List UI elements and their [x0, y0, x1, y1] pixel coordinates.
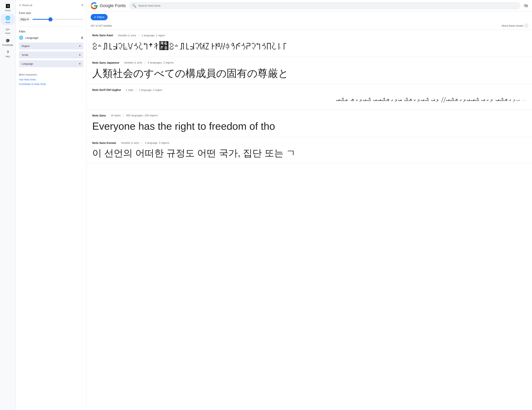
faq-icon: ?	[7, 50, 9, 55]
font-meta-uyghur: 1 language, 0 region	[139, 88, 162, 91]
sidebar-item-icons[interactable]: ◇○ Icons	[1, 26, 15, 36]
font-variable-japanese: Variable (1 axis)	[124, 61, 142, 64]
sidebar-label-knowledge: Knowledge	[2, 44, 13, 46]
filter-header: ↺ Reset all ×	[19, 3, 83, 7]
font-meta-japanese: 6 languages, 2 regions	[148, 61, 174, 64]
logo-area: Google Fonts	[91, 2, 126, 9]
search-bar[interactable]: 🔍	[129, 2, 521, 10]
sidebar-nav: 🅰 Fonts 🌐 Noto ◇○ Icons 🎓 Knowledge ? FA…	[0, 0, 16, 410]
font-name-sans: Noto Sans	[92, 114, 106, 117]
font-variable-korean: Variable (1 axis)	[121, 141, 139, 144]
dropdown-region[interactable]: Region ▾	[19, 43, 83, 49]
contribute-noto-link[interactable]: Contribute to Noto fonts	[19, 83, 83, 86]
sidebar-label-faq: FAQ	[6, 55, 10, 58]
sidebar-item-fonts[interactable]: 🅰 Fonts	[1, 2, 15, 13]
reset-all-button[interactable]: ↺ Reset all	[19, 4, 32, 7]
font-item-sans[interactable]: Noto Sans 18 styles | 855 languages, 236…	[87, 110, 532, 137]
font-variable-kawi: Variable (1 axis)	[118, 34, 136, 37]
cart-icon: 🛍	[524, 3, 528, 8]
filter-panel: ↺ Reset all × Font size 40px ▾ Filter	[16, 0, 87, 410]
knowledge-icon: 🎓	[5, 38, 10, 43]
font-variable-uyghur: 1 style	[126, 88, 133, 91]
sidebar-item-knowledge[interactable]: 🎓 Knowledge	[1, 37, 15, 48]
icons-icon: ◇○	[6, 27, 10, 31]
filter-section: Filter 🌐 Language ∧ Region ▾ Script ▾ La…	[19, 30, 83, 67]
top-bar: Google Fonts 🔍 🛍	[87, 0, 532, 12]
results-count: 207 of 207 families	[91, 24, 112, 27]
filters-chip-button[interactable]: ✕ Filters	[91, 14, 108, 20]
language-filter-header: 🌐 Language ∧	[19, 36, 83, 40]
sidebar-label-noto: Noto	[6, 21, 10, 23]
sidebar-label-fonts: Fonts	[5, 9, 11, 12]
font-preview-uyghur: 𐽰 𐽰𐽲𐽴𐽶𐽸𐽺 𐽲𐽴𐽷 𐽸𐽺𐽰𐽲𐽴𐽶𐽸𐽺// 𐽲𐽷 𐽸𐽰𐽲𐽴𐽶𐽸 𐽰𐽲𐽴𐽶𐽸𐽺…	[92, 94, 526, 106]
script-chevron-icon: ▾	[79, 53, 81, 56]
font-name-korean: Noto Sans Korean	[92, 141, 116, 145]
fonts-icon: 🅰	[6, 4, 10, 9]
font-name-uyghur: Noto Serif Old Uyghur	[92, 88, 121, 91]
results-bar: 207 of 207 families About these results …	[87, 23, 532, 29]
font-preview-sans: Everyone has the right to freedom of tho	[92, 120, 526, 133]
dropdown-script[interactable]: Script ▾	[19, 51, 83, 58]
font-name-kawi: Noto Sans Kawi	[92, 34, 113, 37]
search-input[interactable]	[138, 4, 517, 7]
globe-nav-icon: 🌐	[5, 16, 10, 20]
filter-close-button[interactable]: ×	[81, 3, 83, 7]
main-content: Google Fonts 🔍 🛍 ✕ Filters 207 of 207 fa…	[87, 0, 532, 410]
font-preview-japanese: 人類社会のすべての構成員の固有の尊厳と	[92, 67, 526, 80]
sidebar-label-icons: Icons	[5, 32, 10, 34]
divider-1	[19, 26, 83, 27]
language-filter-label: Language	[25, 36, 38, 39]
font-list: Noto Sans Kawi Variable (1 axis) | 1 lan…	[87, 29, 532, 410]
filters-bar: ✕ Filters	[87, 12, 532, 23]
font-size-value[interactable]: 40px ▾	[19, 17, 30, 22]
font-preview-kawi: ꛯꜙꛮ꜖ꛆꛒꛚꛟꛩꛢꛣꜛꛙ꛸ꛯꜙꛮ꜖ꛆꛒꛘꛉ꜔ꛄ꛴ꛌꛪꛥꛩꛞꛒꛣꛩꛛꛢ꜐꜒	[92, 39, 526, 53]
font-variable-sans: 18 styles	[111, 114, 121, 117]
font-size-section: Font size 40px ▾	[19, 11, 83, 22]
font-item-kawi[interactable]: Noto Sans Kawi Variable (1 axis) | 1 lan…	[87, 29, 532, 57]
info-icon: i	[524, 24, 528, 27]
dropdown-chevron-icon: ▾	[27, 18, 28, 21]
font-item-uyghur[interactable]: Noto Serif Old Uyghur 1 style | 1 langua…	[87, 84, 532, 110]
language-chevron-icon: ▾	[79, 62, 81, 65]
font-size-slider[interactable]	[32, 17, 83, 21]
font-size-control: 40px ▾	[19, 17, 83, 22]
font-name-japanese: Noto Sans Japanese	[92, 61, 119, 64]
font-item-korean[interactable]: Noto Sans Korean Variable (1 axis) | 1 l…	[87, 137, 532, 163]
language-collapse-icon[interactable]: ∧	[81, 36, 83, 40]
search-icon: 🔍	[132, 4, 136, 8]
sidebar-item-faq[interactable]: ? FAQ	[1, 49, 15, 59]
font-meta-korean: 1 language, 3 regions	[145, 141, 169, 144]
font-meta-kawi: 1 language, 1 region	[142, 34, 165, 37]
use-noto-link[interactable]: Use Noto fonts	[19, 78, 83, 81]
dropdown-language[interactable]: Language ▾	[19, 60, 83, 67]
region-chevron-icon: ▾	[79, 45, 81, 48]
font-item-japanese[interactable]: Noto Sans Japanese Variable (1 axis) | 6…	[87, 57, 532, 84]
globe-filter-icon: 🌐	[19, 36, 23, 40]
more-resources-title: More resources:	[19, 73, 83, 76]
about-results[interactable]: About these results i	[502, 24, 528, 27]
more-resources: More resources: Use Noto fonts Contribut…	[19, 73, 83, 86]
logo-text: Google Fonts	[100, 3, 126, 8]
google-logo-icon	[91, 2, 98, 9]
sidebar-item-noto[interactable]: 🌐 Noto	[1, 14, 15, 25]
font-meta-sans: 855 languages, 236 regions	[126, 114, 158, 117]
font-size-title: Font size	[19, 11, 83, 15]
reset-icon: ↺	[19, 4, 21, 7]
filter-title: Filter	[19, 30, 83, 33]
cart-button[interactable]: 🛍	[524, 3, 528, 8]
font-preview-korean: 이 선언의 어떠한 규정도 어떤 국가, 집단 또는 ㄱ	[92, 147, 526, 159]
